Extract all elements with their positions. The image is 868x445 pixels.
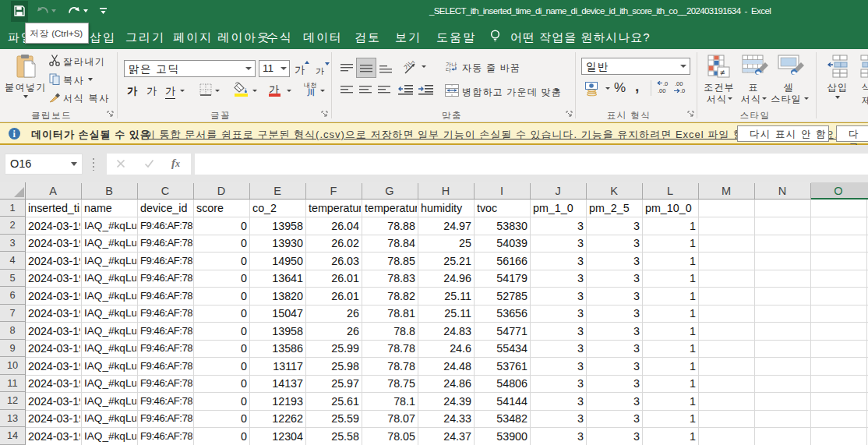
svg-text:가나: 가나 xyxy=(404,61,416,71)
svg-text:가나: 가나 xyxy=(446,62,457,67)
svg-text:.00: .00 xyxy=(675,80,683,87)
svg-text:.0: .0 xyxy=(663,80,668,87)
svg-text:.0: .0 xyxy=(680,87,685,94)
svg-text:≠: ≠ xyxy=(720,68,725,77)
svg-text:.00: .00 xyxy=(658,87,665,94)
svg-text:다: 다 xyxy=(446,67,451,72)
